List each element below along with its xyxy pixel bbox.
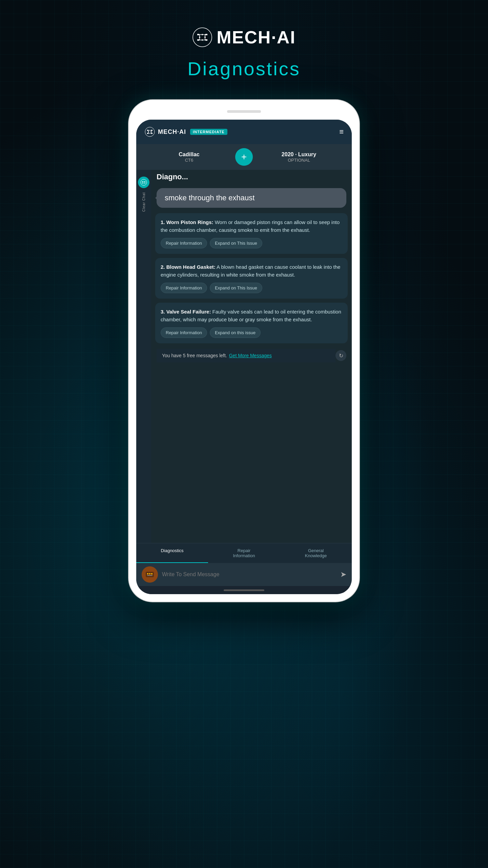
home-bar: [224, 589, 264, 591]
svg-point-0: [193, 28, 212, 47]
speech-tooltip: smoke through the exhaust: [157, 188, 346, 208]
tab-diagnostics[interactable]: Diagnostics: [136, 543, 208, 563]
svg-rect-11: [149, 573, 150, 574]
svg-point-1: [199, 37, 200, 38]
card-2-text: 2. Blown Head Gasket: A blown head gaske…: [161, 263, 342, 279]
card-3-expand-btn[interactable]: Expand on this issue: [210, 327, 261, 338]
message-input[interactable]: [162, 571, 336, 578]
app-header: MECH·AI Diagnostics: [187, 27, 300, 80]
vehicle-info-left[interactable]: Cadillac CT6: [143, 152, 235, 163]
vehicle-name: Cadillac: [143, 152, 235, 158]
card-3-text: 3. Valve Seal Failure: Faulty valve seal…: [161, 308, 342, 323]
obd-icon: [142, 566, 158, 583]
svg-point-6: [148, 132, 149, 133]
message-input-bar: ➤: [136, 563, 352, 586]
card-2-repair-btn[interactable]: Repair Information: [161, 283, 207, 293]
svg-point-8: [141, 179, 147, 185]
vehicle-year: 2020 · Luxury: [253, 152, 345, 158]
section-title: Diagno...: [151, 170, 352, 183]
svg-rect-12: [151, 573, 152, 574]
app-subtitle: Diagnostics: [187, 58, 300, 80]
tab-repair-information[interactable]: RepairInformation: [208, 543, 280, 563]
card-1-repair-btn[interactable]: Repair Information: [161, 238, 207, 248]
app-logo: MECH·AI: [192, 27, 296, 47]
phone-frame: MECH·AI INTERMEDIATE ≡ Cadillac CT6 + 20…: [129, 100, 359, 602]
svg-rect-10: [147, 573, 148, 574]
vehicle-model: CT6: [143, 158, 235, 163]
card-1-title: 1. Worn Piston Rings:: [161, 219, 214, 225]
home-indicator: [136, 586, 352, 594]
card-2-actions: Repair Information Expand on This Issue: [161, 283, 342, 293]
diagnostic-card-3: 3. Valve Seal Failure: Faulty valve seal…: [155, 303, 348, 343]
vehicle-selector: Cadillac CT6 + 2020 · Luxury OPTIONAL: [136, 144, 352, 170]
svg-point-3: [202, 34, 203, 35]
tab-general-knowledge[interactable]: GeneralKnowledge: [280, 543, 352, 563]
svg-point-5: [145, 127, 155, 137]
card-2-title: 2. Blown Head Gasket:: [161, 264, 216, 270]
sidebar-avatar: [138, 177, 149, 188]
card-1-expand-btn[interactable]: Expand on This Issue: [210, 238, 262, 248]
free-messages-row: You have 5 free messages left. Get More …: [151, 346, 352, 365]
svg-point-4: [202, 39, 203, 41]
phone-speaker: [227, 110, 261, 113]
send-button[interactable]: ➤: [340, 570, 346, 579]
logo-text: MECH·AI: [217, 27, 296, 47]
card-1-actions: Repair Information Expand on This Issue: [161, 238, 342, 248]
nav-logo-text: MECH·AI: [158, 128, 186, 136]
clear-chat-sidebar: Clear Chat: [136, 170, 151, 543]
vehicle-trim: OPTIONAL: [253, 158, 345, 163]
free-messages-text: You have 5 free messages left.: [162, 353, 227, 358]
svg-point-2: [204, 37, 206, 38]
diagnostic-card-1: 1. Worn Piston Rings: Worn or damaged pi…: [155, 213, 348, 254]
screen-content: Clear Chat Diagno... smoke through the e…: [136, 170, 352, 543]
clear-chat-label[interactable]: Clear Chat: [142, 192, 146, 212]
phone-screen: MECH·AI INTERMEDIATE ≡ Cadillac CT6 + 20…: [136, 120, 352, 594]
svg-point-7: [151, 132, 152, 133]
nav-bar: MECH·AI INTERMEDIATE ≡: [136, 120, 352, 144]
vehicle-year-info[interactable]: 2020 · Luxury OPTIONAL: [253, 152, 345, 163]
card-1-text: 1. Worn Piston Rings: Worn or damaged pi…: [161, 219, 342, 234]
bottom-tabs: Diagnostics RepairInformation GeneralKno…: [136, 543, 352, 563]
logo-icon: [192, 27, 212, 47]
add-vehicle-button[interactable]: +: [235, 148, 253, 166]
svg-rect-13: [147, 575, 152, 576]
nav-logo: MECH·AI: [144, 126, 186, 137]
card-3-actions: Repair Information Expand on this issue: [161, 327, 342, 338]
nav-badge: INTERMEDIATE: [190, 129, 227, 135]
diagnostic-card-2: 2. Blown Head Gasket: A blown head gaske…: [155, 258, 348, 299]
get-more-messages-link[interactable]: Get More Messages: [229, 353, 272, 358]
card-2-expand-btn[interactable]: Expand on This Issue: [210, 283, 262, 293]
refresh-button[interactable]: ↻: [336, 350, 346, 361]
nav-logo-icon: [144, 126, 155, 137]
diagnostic-cards: 1. Worn Piston Rings: Worn or damaged pi…: [151, 210, 352, 346]
menu-icon[interactable]: ≡: [339, 128, 344, 136]
free-messages-bar: You have 5 free messages left. Get More …: [157, 349, 336, 362]
card-3-title: 3. Valve Seal Failure:: [161, 309, 211, 315]
chat-area: Diagno... smoke through the exhaust 1. W…: [151, 170, 352, 543]
card-3-repair-btn[interactable]: Repair Information: [161, 327, 207, 338]
